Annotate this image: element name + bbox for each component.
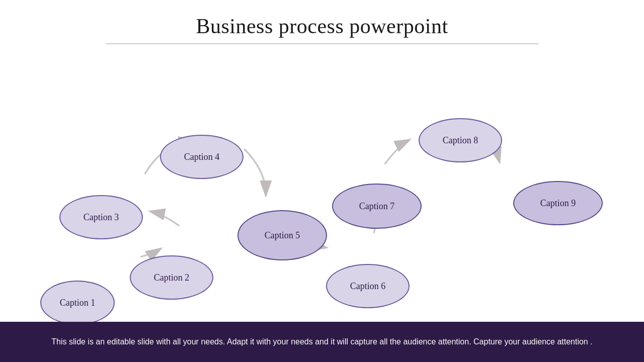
caption-8: Caption 8: [419, 118, 502, 162]
footer-text: This slide is an editable slide with all…: [51, 335, 592, 348]
caption-6: Caption 6: [326, 264, 410, 308]
slide: Business process powerpoint: [0, 0, 644, 362]
caption-1: Caption 1: [40, 281, 115, 325]
caption-7: Caption 7: [332, 184, 422, 229]
caption-2: Caption 2: [130, 255, 213, 300]
page-title: Business process powerpoint: [0, 14, 644, 38]
title-divider: [106, 43, 538, 44]
caption-5: Caption 5: [237, 210, 327, 260]
diagram-area: Caption 1 Caption 2 Caption 3 Caption 4 …: [0, 45, 644, 322]
caption-3: Caption 3: [59, 195, 143, 239]
header: Business process powerpoint: [0, 0, 644, 50]
footer: This slide is an editable slide with all…: [0, 322, 644, 362]
caption-4: Caption 4: [160, 135, 244, 179]
caption-9: Caption 9: [513, 181, 603, 225]
